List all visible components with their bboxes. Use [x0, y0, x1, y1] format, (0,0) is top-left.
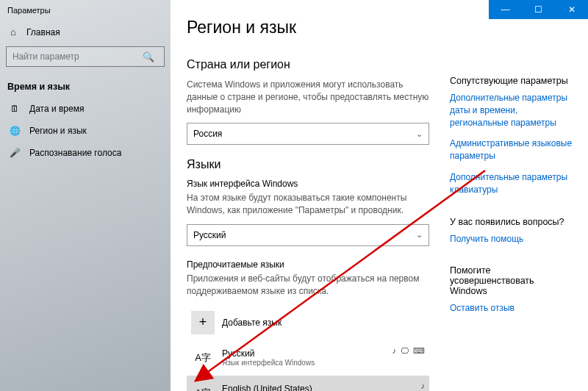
region-select[interactable]: Россия ⌄: [187, 123, 429, 145]
calendar-icon: 🗓: [9, 104, 21, 114]
app-title: Параметры: [0, 4, 171, 22]
nav-home-label: Главная: [26, 27, 60, 37]
nav-item-label: Распознавание голоса: [29, 148, 121, 158]
language-glyph-icon: A字: [191, 381, 215, 391]
language-name: English (United States): [222, 384, 316, 391]
language-glyph-icon: A字: [191, 346, 215, 370]
chevron-down-icon: ⌄: [416, 129, 423, 139]
language-item-english-us[interactable]: A字 English (United States) Установлен яз…: [187, 376, 429, 391]
questions-header: У вас появились вопросы?: [450, 217, 573, 227]
improve-header: Помогите усовершенствовать Windows: [450, 265, 573, 296]
region-description: Система Windows и приложения могут испол…: [187, 79, 429, 115]
region-header: Страна или регион: [187, 58, 429, 71]
link-keyboard-settings[interactable]: Дополнительные параметры клавиатуры: [450, 171, 573, 196]
display-language-description: На этом языке будут показываться такие к…: [187, 192, 429, 217]
feature-text-to-speech-icon: ♪: [392, 346, 397, 356]
sidebar: Параметры ⌂ Главная 🔍 Время и язык 🗓 Дат…: [0, 0, 171, 391]
link-feedback[interactable]: Оставить отзыв: [450, 302, 573, 315]
microphone-icon: 🎤: [9, 148, 21, 158]
add-language-row[interactable]: + Добавьте язык: [187, 305, 429, 340]
nav-item-speech[interactable]: 🎤 Распознавание голоса: [0, 142, 171, 164]
language-item-russian[interactable]: A字 Русский Язык интерфейса Windows ♪ 🖵 ⌨: [187, 340, 429, 376]
related-settings-header: Сопутствующие параметры: [450, 76, 573, 86]
nav-item-label: Регион и язык: [29, 126, 87, 136]
home-icon: ⌂: [7, 26, 19, 37]
languages-header: Языки: [187, 158, 429, 171]
search-input[interactable]: [6, 46, 165, 67]
feature-text-to-speech-icon: ♪: [421, 381, 426, 390]
display-language-select[interactable]: Русский ⌄: [187, 224, 429, 246]
chevron-down-icon: ⌄: [416, 230, 423, 240]
globe-icon: 🌐: [9, 126, 21, 136]
content-area: Регион и язык Страна или регион Система …: [171, 0, 588, 391]
nav-item-label: Дата и время: [29, 104, 84, 114]
language-name: Русский: [222, 348, 315, 359]
nav-item-date-time[interactable]: 🗓 Дата и время: [0, 98, 171, 120]
link-date-time-regional[interactable]: Дополнительные параметры даты и времени,…: [450, 92, 573, 129]
feature-speech-icon: ⌨: [413, 346, 425, 356]
region-select-value: Россия: [193, 129, 222, 139]
language-subtext: Язык интерфейса Windows: [222, 359, 315, 367]
nav-item-region-language[interactable]: 🌐 Регион и язык: [0, 120, 171, 142]
plus-icon: +: [191, 311, 215, 334]
page-title: Регион и язык: [187, 18, 573, 37]
display-language-value: Русский: [193, 230, 226, 240]
display-language-subheader: Язык интерфейса Windows: [187, 179, 429, 189]
preferred-languages-description: Приложения и веб-сайты будут отображатьс…: [187, 273, 429, 298]
add-language-label: Добавьте язык: [222, 318, 282, 328]
nav-section-header: Время и язык: [0, 74, 171, 98]
link-get-help[interactable]: Получить помощь: [450, 233, 573, 245]
link-admin-language[interactable]: Административные языковые параметры: [450, 137, 573, 162]
nav-home[interactable]: ⌂ Главная: [0, 22, 171, 42]
feature-display-icon: 🖵: [401, 346, 409, 356]
preferred-languages-subheader: Предпочитаемые языки: [187, 259, 429, 270]
search-icon: 🔍: [143, 51, 154, 62]
